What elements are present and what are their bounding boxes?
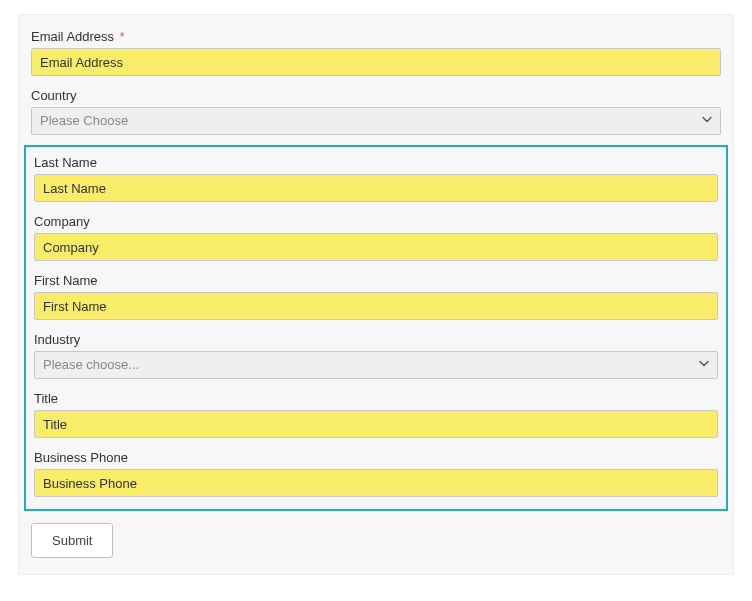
form-panel: Email Address * Country Please Choose La… — [18, 14, 734, 575]
form-outer: Email Address * Country Please Choose La… — [0, 0, 752, 589]
first-name-field-wrap: First Name — [26, 269, 726, 328]
title-label: Title — [34, 391, 718, 406]
first-name-label: First Name — [34, 273, 718, 288]
industry-select[interactable]: Please choose... — [34, 351, 718, 379]
industry-select-wrap: Please choose... — [34, 351, 718, 379]
last-name-input[interactable] — [34, 174, 718, 202]
highlighted-group: Last Name Company First Name Industry Pl… — [24, 145, 728, 511]
email-field-wrap: Email Address * — [19, 25, 733, 84]
company-label: Company — [34, 214, 718, 229]
email-label-text: Email Address — [31, 29, 114, 44]
first-name-input[interactable] — [34, 292, 718, 320]
required-star: * — [120, 30, 125, 44]
submit-button[interactable]: Submit — [31, 523, 113, 558]
last-name-label: Last Name — [34, 155, 718, 170]
company-input[interactable] — [34, 233, 718, 261]
email-input[interactable] — [31, 48, 721, 76]
submit-row: Submit — [19, 515, 733, 558]
title-field-wrap: Title — [26, 387, 726, 446]
country-select[interactable]: Please Choose — [31, 107, 721, 135]
email-label: Email Address * — [31, 29, 721, 44]
business-phone-input[interactable] — [34, 469, 718, 497]
last-name-field-wrap: Last Name — [26, 151, 726, 210]
company-field-wrap: Company — [26, 210, 726, 269]
country-field-wrap: Country Please Choose — [19, 84, 733, 143]
title-input[interactable] — [34, 410, 718, 438]
country-label: Country — [31, 88, 721, 103]
industry-label: Industry — [34, 332, 718, 347]
country-select-wrap: Please Choose — [31, 107, 721, 135]
industry-field-wrap: Industry Please choose... — [26, 328, 726, 387]
business-phone-label: Business Phone — [34, 450, 718, 465]
business-phone-field-wrap: Business Phone — [26, 446, 726, 505]
